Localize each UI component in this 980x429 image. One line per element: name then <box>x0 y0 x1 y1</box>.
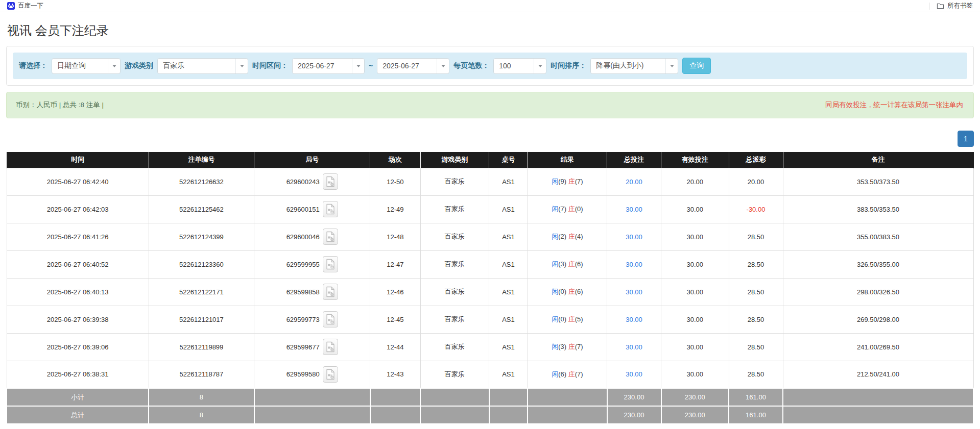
cell-valid-bet: 30.00 <box>661 333 729 361</box>
cell-remark: 355.00/383.50 <box>783 223 973 250</box>
page-size-select[interactable]: 100 <box>493 58 546 74</box>
cell-remark: 383.50/353.50 <box>783 195 973 223</box>
grand-total-empty <box>254 406 370 424</box>
grand-total-empty <box>528 406 607 424</box>
cell-round-id: 629599677 <box>254 333 370 361</box>
time-sort-value: 降幂(由大到小) <box>591 61 665 70</box>
time-sort-select[interactable]: 降幂(由大到小) <box>590 58 678 74</box>
cell-game: 百家乐 <box>420 168 489 195</box>
col-total-bet: 总投注 <box>607 152 661 168</box>
round-id-text: 629599955 <box>286 261 320 268</box>
total-bet-link[interactable]: 30.00 <box>626 206 642 213</box>
result-player-score: (7) <box>558 205 566 213</box>
cell-total-bet: 30.00 <box>607 223 661 250</box>
date-range-separator: ~ <box>369 62 373 70</box>
video-replay-button[interactable] <box>323 201 338 217</box>
cell-bet-id: 522612118787 <box>149 361 254 388</box>
chevron-down-icon <box>108 59 120 73</box>
subtotal-empty <box>528 388 607 406</box>
cell-session: 12-50 <box>370 168 420 195</box>
cell-round-id: 629599955 <box>254 250 370 278</box>
cell-session: 12-48 <box>370 223 420 250</box>
subtotal-empty <box>783 388 973 406</box>
cell-result: 闲(0) 庄(6) <box>528 278 607 306</box>
col-payout: 总派彩 <box>729 152 783 168</box>
query-button[interactable]: 查询 <box>682 58 711 74</box>
table-row: 2025-06-27 06:39:06 522612119899 6295996… <box>7 333 973 361</box>
video-replay-button[interactable] <box>323 311 338 327</box>
result-banker-score: (7) <box>575 343 583 350</box>
page-content: 视讯 会员下注纪录 请选择： 日期查询 游戏类别 百家乐 时间区间： 2025-… <box>0 22 980 424</box>
cell-total-bet: 30.00 <box>607 278 661 306</box>
cell-bet-id: 522612121017 <box>149 306 254 333</box>
total-bet-link[interactable]: 30.00 <box>626 343 642 351</box>
date-from-select[interactable]: 2025-06-27 <box>292 58 365 74</box>
bookmark-baidu[interactable]: 百度一下 <box>5 1 45 11</box>
col-remark: 备注 <box>783 152 973 168</box>
cell-valid-bet: 30.00 <box>661 223 729 250</box>
cell-game: 百家乐 <box>420 361 489 388</box>
page-1-button[interactable]: 1 <box>958 131 974 147</box>
chevron-down-icon <box>534 59 546 73</box>
cell-remark: 269.50/298.00 <box>783 306 973 333</box>
cell-payout: -30.00 <box>729 195 783 223</box>
result-banker-label: 庄 <box>568 260 575 268</box>
result-player-label: 闲 <box>552 370 558 378</box>
cell-table-no: AS1 <box>489 223 528 250</box>
video-replay-button[interactable] <box>323 229 338 245</box>
result-player-score: (0) <box>558 315 566 323</box>
result-banker-label: 庄 <box>568 178 575 185</box>
video-file-icon <box>325 176 336 187</box>
result-player-label: 闲 <box>552 288 558 295</box>
grand-total-empty <box>420 406 489 424</box>
cell-remark: 241.00/269.50 <box>783 333 973 361</box>
query-type-label: 请选择： <box>19 61 47 70</box>
cell-time: 2025-06-27 06:42:03 <box>7 195 149 223</box>
grand-total-count: 8 <box>149 406 254 424</box>
cell-remark: 212.50/241.00 <box>783 361 973 388</box>
subtotal-empty <box>254 388 370 406</box>
cell-round-id: 629599580 <box>254 361 370 388</box>
round-id-text: 629600046 <box>286 233 320 241</box>
cell-time: 2025-06-27 06:40:13 <box>7 278 149 306</box>
video-replay-button[interactable] <box>323 339 338 355</box>
same-round-note: 同局有效投注，统一计算在该局第一张注单内 <box>825 100 963 110</box>
cell-game: 百家乐 <box>420 306 489 333</box>
cell-result: 闲(2) 庄(4) <box>528 223 607 250</box>
subtotal-empty <box>420 388 489 406</box>
page-size-value: 100 <box>494 62 534 70</box>
total-bet-link[interactable]: 20.00 <box>626 178 642 186</box>
grand-total-empty <box>783 406 973 424</box>
video-replay-button[interactable] <box>323 284 338 300</box>
game-category-select[interactable]: 百家乐 <box>157 58 248 74</box>
video-replay-button[interactable] <box>323 173 338 190</box>
table-row: 2025-06-27 06:38:31 522612118787 6295995… <box>7 361 973 388</box>
cell-bet-id: 522612124399 <box>149 223 254 250</box>
total-bet-link[interactable]: 30.00 <box>626 288 642 296</box>
total-bet-link[interactable]: 30.00 <box>626 261 642 268</box>
grand-total-payout: 161.00 <box>729 406 783 424</box>
cell-table-no: AS1 <box>489 333 528 361</box>
cell-valid-bet: 20.00 <box>661 168 729 195</box>
video-replay-button[interactable] <box>323 366 338 383</box>
chevron-down-icon <box>665 59 678 73</box>
chevron-down-icon <box>352 59 364 73</box>
cell-table-no: AS1 <box>489 278 528 306</box>
grand-total-total-bet: 230.00 <box>607 406 661 424</box>
total-bet-link[interactable]: 30.00 <box>626 370 642 378</box>
cell-valid-bet: 30.00 <box>661 278 729 306</box>
result-banker-score: (6) <box>575 260 583 268</box>
video-file-icon <box>325 204 336 215</box>
cell-bet-id: 522612125462 <box>149 195 254 223</box>
result-player-label: 闲 <box>552 343 558 350</box>
cell-session: 12-45 <box>370 306 420 333</box>
total-bet-link[interactable]: 30.00 <box>626 233 642 241</box>
date-to-select[interactable]: 2025-06-27 <box>377 58 449 74</box>
query-type-select[interactable]: 日期查询 <box>52 58 121 74</box>
subtotal-valid-bet: 230.00 <box>661 388 729 406</box>
all-bookmarks-button[interactable]: 所有书签 <box>935 1 975 11</box>
video-replay-button[interactable] <box>323 256 338 272</box>
col-result: 结果 <box>528 152 607 168</box>
cell-total-bet: 30.00 <box>607 195 661 223</box>
total-bet-link[interactable]: 30.00 <box>626 316 642 323</box>
